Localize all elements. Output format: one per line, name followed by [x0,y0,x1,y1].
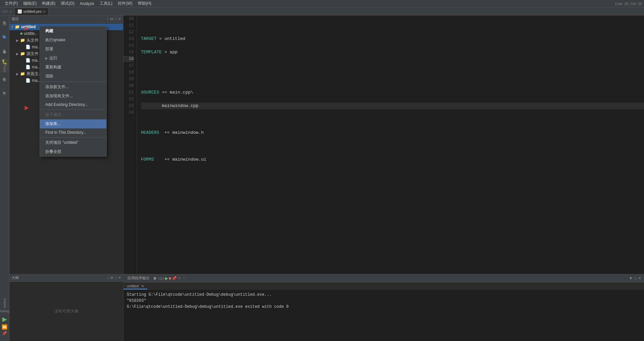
console-output: Starting G:\File\qtcode\untitled-Debug\d… [123,290,644,341]
ctx-item-addexist[interactable]: 添加现有文件... [40,92,106,101]
ctx-findindir-label: Find in This Directory... [45,130,86,135]
line-numbers: 10 11 12 13 14 15 16 17 18 19 20 21 22 2… [123,15,137,274]
nav-back-icon[interactable]: ◁ [1,9,4,13]
bottom-btn-run[interactable]: ▶ [165,276,168,281]
ctx-item-qmake[interactable]: 执行qmake [40,36,106,45]
top-menubar: 文件(F) 编辑(E) 构建(B) 调试(D) Analyze 工具(L) 控件… [0,0,644,7]
outline-filter-icon[interactable]: ⊟ [110,276,113,280]
tree-label-sources: 源文件 [26,51,39,57]
bottom-close-icon[interactable]: ✕ [638,276,641,281]
tree-folder-headers-icon: 📁 [20,38,25,43]
ctx-item-build-header[interactable]: 构建 [40,26,106,36]
ctx-adddir-label: Add Existing Directory... [45,102,88,107]
ctx-item-collapse[interactable]: 折叠全部 [40,147,106,156]
bottom-minimize-icon[interactable]: ▼ [629,276,633,281]
ctx-sep1 [40,81,106,82]
menu-file[interactable]: 文件(F) [2,0,20,7]
tab-file-icon: ⬜ [17,9,22,14]
bottom-btn-plus[interactable]: ＋ [177,275,181,281]
ctx-run-label: 运行 [49,55,57,61]
ctx-item-clean[interactable]: 清除 [40,72,106,81]
ctx-rebuild-label: 重新构建 [45,64,61,70]
tree-file-cpp2-icon: 📄 [25,65,31,69]
tree-folder-forms-icon: 📁 [20,71,25,76]
menu-analyze[interactable]: Analyze [77,1,97,7]
panel-maximize-icon[interactable]: □ [114,17,117,21]
menu-controls[interactable]: 控件(W) [115,0,135,7]
ctx-item-addnew[interactable]: 添加新文件... [40,82,106,92]
ctx-sep2 [40,109,106,110]
tree-arrow-sources: ▶ [16,52,20,56]
ctx-item-deploy[interactable]: 部署 [40,45,106,54]
menu-tools[interactable]: 工具(L) [97,0,115,7]
panel-sync-icon[interactable]: ↕ [107,17,109,21]
ctx-item-subproject[interactable]: 新子项目... [40,110,106,119]
menu-build[interactable]: 构建(B) [39,0,58,7]
menu-edit[interactable]: 编辑(E) [20,0,39,7]
bottom-panel-title: 应用程序输出 [125,276,152,281]
mode-project[interactable]: ⚙ 项目 [1,73,9,87]
bottom-maximize-icon[interactable]: □ [634,276,637,281]
status-line: Line: 16, Col: 23 [615,2,642,6]
ctx-addlib-label: 添加库... [45,121,61,127]
panel-close-icon[interactable]: ✕ [118,17,121,21]
step-btn[interactable]: ⏩ [2,324,7,330]
project-panel-title: 项目 [11,16,19,21]
bottom-btn-pin[interactable]: 📌 [172,276,177,281]
output-tab-close[interactable]: ✕ [141,284,144,288]
tree-arrow-headers: ▶ [16,39,20,42]
ctx-item-closeproject[interactable]: 关闭项目 "untitled" [40,138,106,147]
outline-maximize-icon[interactable]: □ [114,276,117,280]
mode-help[interactable]: ? 帮助 [1,87,9,101]
bottom-btn-stop[interactable]: ■ [169,276,171,281]
ctx-addexist-label: 添加现有文件... [45,93,73,99]
bottom-debug-label: Debug [0,309,9,313]
bottom-btn-minus[interactable]: － [182,275,186,281]
bottom-btn-next[interactable]: ▷ [161,276,164,281]
ctx-item-rebuild[interactable]: 重新构建 [40,63,106,72]
editor-tab-active[interactable]: ⬜ untitled.pro ✕ [14,8,49,15]
tab-bar: ◁ ▷ ⌂ ⬜ untitled.pro ✕ [0,7,644,15]
tree-file-ui-icon: 📄 [25,78,31,83]
tree-arrow-forms: ▶ [16,72,20,76]
ctx-item-adddir[interactable]: Add Existing Directory... [40,101,106,109]
tree-pro-icon: ■ [20,31,22,36]
ctx-item-findindir[interactable]: Find in This Directory... [40,128,106,136]
tree-file-cpp1-icon: 📄 [25,58,31,63]
panel-filter-icon[interactable]: ⊟ [110,17,113,21]
ctx-item-addlib[interactable]: 添加库... [40,119,106,128]
context-menu: 构建 执行qmake 部署 ▶ 运行 重新构建 清除 添加新文件... [40,26,107,157]
outline-sync-icon[interactable]: ↕ [107,276,109,280]
ctx-collapse-label: 折叠全部 [45,149,61,155]
editor-content[interactable]: 10 11 12 13 14 15 16 17 18 19 20 21 22 2… [123,15,644,274]
mode-design[interactable]: ◆ 设计 [1,45,9,58]
run-btn[interactable]: ▶ [2,316,7,323]
tree-label-root: untitled [21,24,36,29]
tree-label-headers: 头文件 [26,38,39,43]
nav-home-icon[interactable]: ⌂ [9,9,12,13]
output-tab-untitled[interactable]: untitled ✕ [123,283,147,289]
mode-debug[interactable]: 🐛 Debug [1,59,9,72]
console-line-2: "010203" [127,298,641,304]
mode-welcome[interactable]: ⊞ 欢迎 [1,17,9,30]
ctx-sep3 [40,137,106,137]
ctx-item-run[interactable]: ▶ 运行 [40,54,106,63]
menu-debug[interactable]: 调试(D) [58,0,77,7]
outline-close-icon[interactable]: ✕ [118,276,121,280]
menu-help[interactable]: 帮助(H) [135,0,154,7]
bottom-btn-prev[interactable]: ◁ [158,276,161,281]
mode-edit[interactable]: ✏ 编辑 [1,31,9,44]
pin-btn[interactable]: 📌 [2,331,7,336]
bottom-project-label: untitled [3,298,6,308]
bottom-panel: 应用程序输出 ⏺ ◁ ▷ ▶ ■ 📌 ＋ － ▼ □ ✕ [123,274,644,341]
ctx-run-arrow-icon: ▶ [45,56,48,60]
code-editor[interactable]: TARGET = untitled TEMPLATE = app SOURCES… [137,15,644,274]
tree-folder-sources-icon: 📁 [20,51,25,56]
nav-forward-icon[interactable]: ▷ [5,9,8,13]
outline-panel-header: 大纲 ↕ ⊟ □ ✕ [9,274,123,282]
tab-close-btn[interactable]: ✕ [43,10,46,13]
ctx-closeproject-label: 关闭项目 "untitled" [45,140,78,146]
tree-arrow-root: ▼ [11,25,15,29]
bottom-btn-record[interactable]: ⏺ [153,276,157,281]
tree-file-h-icon: 📄 [25,45,31,49]
